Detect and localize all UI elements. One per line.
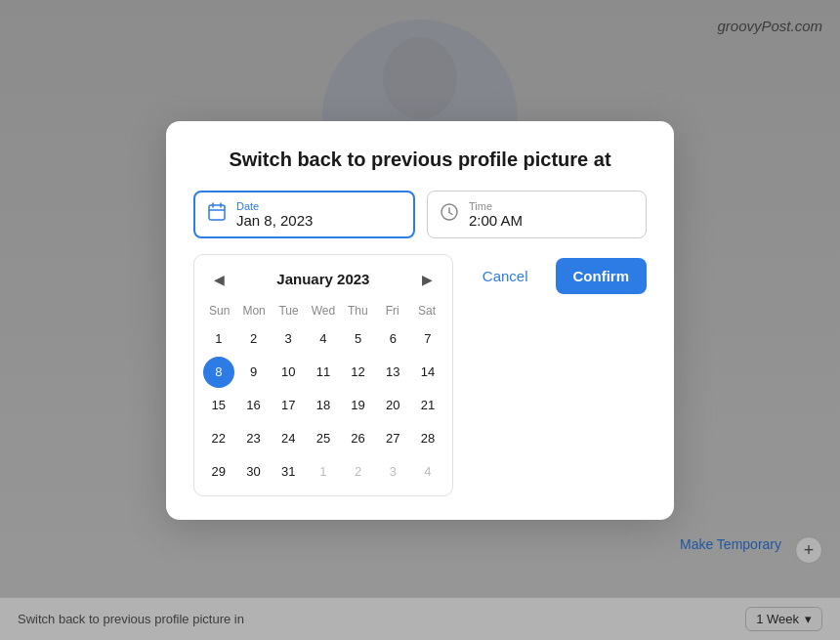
day-names-row: Sun Mon Tue Wed Thu Fri Sat	[202, 302, 444, 320]
day-thu: Thu	[341, 302, 375, 320]
month-label: January 2023	[276, 271, 369, 287]
table-row[interactable]: 30	[238, 456, 270, 488]
action-side: Cancel Confirm	[465, 254, 647, 294]
modal-dialog: Switch back to previous profile picture …	[166, 121, 674, 520]
date-field[interactable]: Date Jan 8, 2023	[193, 191, 415, 238]
table-row[interactable]: 26	[343, 423, 374, 454]
table-row[interactable]: 12	[343, 357, 374, 388]
confirm-button[interactable]: Confirm	[556, 258, 648, 294]
svg-line-8	[449, 212, 452, 214]
table-row[interactable]: 18	[308, 390, 339, 421]
table-row[interactable]: 20	[377, 390, 408, 421]
time-field[interactable]: Time 2:00 AM	[427, 191, 647, 238]
table-row[interactable]: 10	[273, 357, 304, 388]
table-row[interactable]: 7	[412, 323, 443, 355]
day-tue: Tue	[272, 302, 306, 320]
table-row[interactable]: 4	[308, 323, 339, 355]
table-row[interactable]: 1	[308, 456, 339, 488]
day-fri: Fri	[375, 302, 409, 320]
time-value: 2:00 AM	[469, 212, 523, 229]
table-row[interactable]: 4	[412, 456, 443, 488]
date-field-content: Date Jan 8, 2023	[236, 200, 313, 229]
table-row[interactable]: 31	[273, 456, 304, 488]
table-row[interactable]: 19	[343, 390, 374, 421]
table-row[interactable]: 8	[203, 357, 234, 388]
svg-rect-2	[209, 205, 225, 220]
modal-overlay: Switch back to previous profile picture …	[0, 0, 840, 640]
input-row: Date Jan 8, 2023 Time 2:00 AM	[193, 191, 647, 238]
date-label: Date	[236, 200, 313, 212]
table-row[interactable]: 6	[377, 323, 408, 355]
time-label: Time	[469, 200, 523, 212]
table-row[interactable]: 24	[273, 423, 304, 454]
table-row[interactable]: 2	[343, 456, 374, 488]
table-row[interactable]: 9	[238, 357, 270, 388]
table-row[interactable]: 13	[377, 357, 408, 388]
table-row[interactable]: 17	[273, 390, 304, 421]
cancel-button[interactable]: Cancel	[465, 258, 546, 294]
table-row[interactable]: 14	[412, 357, 443, 388]
table-row[interactable]: 23	[238, 423, 270, 454]
calendar-grid: 1234567891011121314151617181920212223242…	[202, 323, 444, 488]
date-value: Jan 8, 2023	[236, 212, 313, 229]
table-row[interactable]: 21	[412, 390, 443, 421]
day-sun: Sun	[202, 302, 236, 320]
calendar-icon	[207, 202, 227, 227]
table-row[interactable]: 27	[377, 423, 408, 454]
day-sat: Sat	[409, 302, 443, 320]
calendar-header: ◀ January 2023 ▶	[202, 267, 444, 292]
clock-icon	[440, 202, 459, 227]
table-row[interactable]: 29	[203, 456, 234, 488]
prev-month-button[interactable]: ◀	[206, 267, 231, 292]
table-row[interactable]: 22	[203, 423, 234, 454]
time-field-content: Time 2:00 AM	[469, 200, 523, 229]
table-row[interactable]: 11	[308, 357, 339, 388]
table-row[interactable]: 16	[238, 390, 270, 421]
table-row[interactable]: 3	[273, 323, 304, 355]
table-row[interactable]: 15	[203, 390, 234, 421]
table-row[interactable]: 1	[203, 323, 234, 355]
next-month-button[interactable]: ▶	[415, 267, 441, 292]
day-wed: Wed	[306, 302, 340, 320]
action-buttons: Cancel Confirm	[465, 258, 647, 294]
table-row[interactable]: 25	[308, 423, 339, 454]
table-row[interactable]: 5	[343, 323, 374, 355]
table-row[interactable]: 3	[377, 456, 408, 488]
day-mon: Mon	[236, 302, 271, 320]
table-row[interactable]: 28	[412, 423, 443, 454]
modal-title: Switch back to previous profile picture …	[193, 149, 647, 171]
calendar: ◀ January 2023 ▶ Sun Mon Tue Wed Thu Fri…	[193, 254, 453, 496]
table-row[interactable]: 2	[238, 323, 270, 355]
calendar-actions-row: ◀ January 2023 ▶ Sun Mon Tue Wed Thu Fri…	[193, 254, 647, 496]
